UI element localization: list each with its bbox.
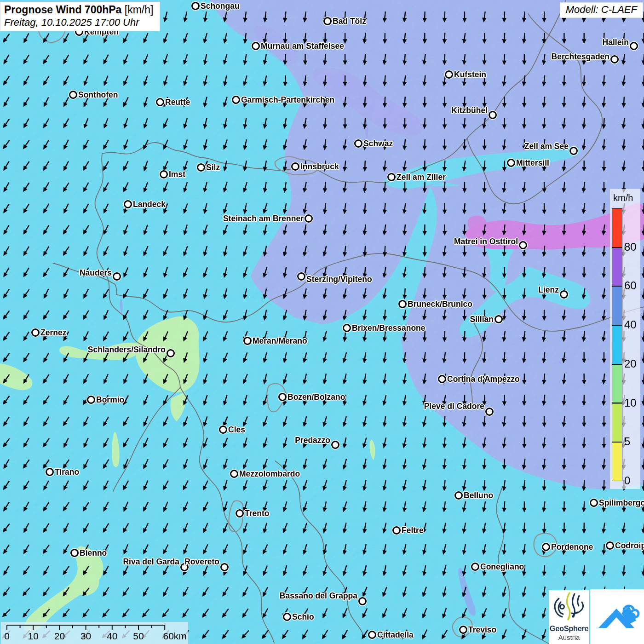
wind-arrow (561, 118, 567, 129)
wind-arrow (362, 352, 368, 363)
wind-arrow (522, 33, 527, 44)
wind-arrow (341, 565, 349, 577)
wind-arrow (342, 373, 349, 385)
wind-arrow (462, 54, 467, 65)
city-marker (354, 139, 362, 148)
wind-arrow (461, 544, 468, 555)
wind-arrow (383, 118, 387, 129)
wind-arrow (22, 32, 31, 44)
wind-arrow (520, 607, 528, 619)
wind-arrow (161, 373, 170, 385)
wind-arrow (502, 267, 506, 278)
legend-tick-label: 5 (624, 435, 630, 448)
wind-arrow (261, 458, 269, 470)
wind-arrow (522, 352, 527, 363)
wind-arrow (221, 309, 230, 321)
wind-arrow (81, 288, 90, 300)
wind-arrow (21, 54, 31, 65)
city-marker (70, 549, 79, 557)
wind-arrow (121, 543, 130, 555)
wind-arrow (261, 586, 270, 598)
wind-arrow (481, 522, 488, 534)
wind-arrow (381, 522, 388, 534)
wind-arrow (401, 586, 408, 598)
weather-map-stage: SchongauBad TölzKemptenMurnau am Staffel… (0, 0, 644, 644)
wind-arrow (41, 395, 51, 406)
wind-arrow (342, 97, 348, 108)
wind-arrow (282, 267, 288, 278)
wind-arrow (282, 224, 289, 236)
wind-arrow (282, 288, 289, 300)
wind-arrow (242, 245, 249, 257)
wind-arrow (21, 373, 31, 385)
wind-arrow (301, 522, 309, 534)
wind-arrow (262, 54, 269, 65)
wind-arrow (141, 586, 150, 598)
wind-arrow (1, 586, 12, 598)
wind-arrow (322, 182, 328, 193)
wind-arrow (142, 118, 150, 130)
city-label: Codroipo (615, 541, 644, 550)
color-legend: km/h 806040201050 (610, 189, 640, 489)
wind-arrow (602, 480, 606, 491)
city-label: Mezzolombardo (239, 469, 300, 478)
wind-arrow (482, 267, 487, 278)
wind-arrow (82, 75, 90, 87)
wind-arrow (581, 437, 586, 448)
wind-arrow (262, 118, 269, 129)
wind-arrow (362, 459, 368, 470)
mountain-cloud-icon (590, 589, 644, 644)
wind-arrow (1, 458, 11, 470)
wind-arrow (61, 352, 70, 364)
wind-arrow (402, 288, 407, 300)
wind-arrow (101, 288, 111, 300)
wind-arrow (482, 33, 487, 44)
wind-arrow (162, 54, 170, 66)
wind-arrow (21, 309, 31, 321)
wind-arrow (362, 203, 368, 214)
wind-arrow (442, 459, 447, 470)
wind-arrow (302, 75, 308, 86)
city-label: Bormio (96, 395, 124, 404)
wind-arrow (302, 246, 309, 258)
wind-arrow (341, 352, 349, 364)
wind-arrow (382, 54, 388, 65)
wind-arrow (602, 161, 606, 172)
wind-arrow (441, 607, 448, 619)
wind-arrow (242, 224, 249, 236)
wind-arrow (102, 309, 110, 321)
wind-arrow (181, 480, 190, 492)
wind-arrow (81, 203, 91, 215)
wind-arrow (402, 246, 408, 257)
wind-arrow (502, 33, 507, 44)
city-marker (445, 70, 453, 79)
wind-arrow (401, 480, 408, 492)
wind-arrow (322, 288, 328, 299)
wind-arrow (522, 437, 527, 448)
wind-arrow (161, 565, 170, 577)
wind-arrow (161, 394, 170, 406)
wind-arrow (402, 75, 408, 86)
wind-arrow (561, 161, 567, 172)
wind-arrow (222, 373, 230, 385)
city-marker (31, 328, 40, 337)
wind-arrow (641, 437, 644, 449)
city-label: Bruneck/Brunico (408, 299, 472, 309)
city-label: Hallein (603, 38, 629, 47)
wind-arrow (262, 309, 269, 321)
wind-arrow (642, 416, 644, 427)
city-marker (46, 468, 54, 476)
wind-arrow (102, 75, 109, 87)
city-marker (454, 491, 463, 500)
wind-arrow (382, 246, 387, 257)
wind-arrow (182, 139, 190, 151)
wind-arrow (61, 586, 71, 598)
wind-arrow (601, 374, 607, 385)
wind-arrow (562, 395, 567, 406)
scalebar-tick-label: 10 (28, 631, 39, 642)
wind-arrow (262, 75, 269, 87)
wind-arrow (200, 629, 210, 640)
wind-arrow (541, 75, 547, 86)
wind-arrow (442, 161, 447, 172)
wind-arrow (22, 480, 31, 492)
